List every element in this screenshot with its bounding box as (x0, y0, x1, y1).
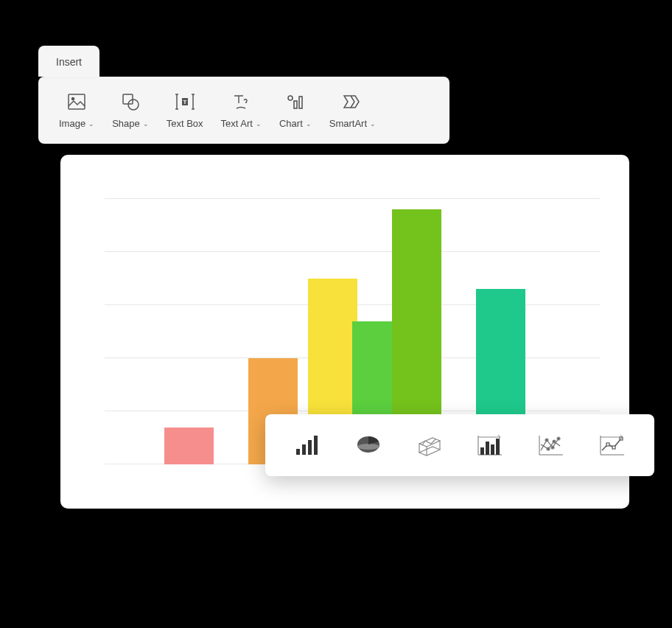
insert-smartart-label: SmartArt (329, 118, 367, 129)
insert-textart-label: Text Art (221, 118, 253, 129)
insert-textbox-button[interactable]: T Text Box (158, 87, 212, 133)
chart-type-popup (265, 414, 654, 476)
svg-rect-39 (612, 446, 615, 449)
insert-chart-label: Chart (279, 118, 303, 129)
insert-ribbon-panel: Insert Image ⌄ (38, 77, 449, 144)
svg-rect-19 (308, 440, 312, 455)
bar-chart-type-button[interactable] (293, 430, 322, 460)
smartart-icon (342, 91, 363, 112)
chart-bar (164, 428, 214, 464)
shape-icon (120, 91, 141, 112)
pie-chart-type-button[interactable] (354, 430, 383, 460)
surface-chart-icon (416, 433, 443, 457)
svg-point-32 (551, 446, 554, 449)
svg-text:T: T (183, 99, 186, 105)
svg-line-15 (351, 96, 354, 102)
scatter-chart-type-button[interactable] (536, 430, 566, 460)
insert-textbox-label: Text Box (167, 118, 203, 129)
svg-rect-17 (296, 449, 300, 455)
svg-rect-27 (491, 444, 494, 455)
insert-shape-button[interactable]: Shape ⌄ (103, 87, 158, 133)
svg-point-22 (357, 444, 379, 450)
surface-chart-type-button[interactable] (415, 430, 444, 460)
insert-image-button[interactable]: Image ⌄ (50, 87, 103, 133)
svg-point-3 (128, 100, 139, 110)
insert-image-label: Image (59, 118, 85, 129)
insert-tab[interactable]: Insert (38, 46, 99, 77)
svg-rect-25 (480, 447, 484, 455)
line-chart-icon (599, 434, 626, 456)
svg-point-1 (72, 98, 74, 100)
svg-rect-0 (69, 94, 85, 109)
chevron-down-icon: ⌄ (306, 120, 312, 128)
insert-chart-button[interactable]: Chart ⌄ (270, 87, 321, 133)
insert-shape-label: Shape (112, 118, 140, 129)
histogram-chart-type-button[interactable] (475, 430, 505, 460)
chevron-down-icon: ⌄ (88, 120, 94, 128)
insert-textart-button[interactable]: Text Art ⌄ (212, 87, 270, 133)
chart-icon (285, 91, 306, 112)
svg-rect-18 (302, 444, 306, 455)
svg-rect-26 (486, 442, 489, 455)
ribbon-items-row: Image ⌄ Shape ⌄ (38, 77, 449, 144)
histogram-chart-icon (477, 434, 503, 456)
insert-tab-label: Insert (56, 56, 82, 68)
svg-rect-13 (294, 101, 297, 108)
scatter-chart-icon (538, 434, 564, 456)
svg-point-12 (288, 96, 293, 100)
svg-rect-38 (606, 443, 609, 446)
pie-chart-icon (355, 434, 382, 456)
chevron-down-icon: ⌄ (143, 120, 149, 128)
svg-rect-14 (299, 97, 302, 108)
svg-point-35 (553, 440, 556, 443)
line-chart-type-button[interactable] (598, 430, 627, 460)
bar-chart-icon (295, 434, 320, 456)
svg-rect-2 (123, 94, 133, 104)
chevron-down-icon: ⌄ (370, 120, 376, 128)
svg-point-34 (547, 447, 550, 450)
textbox-icon: T (175, 91, 195, 112)
svg-rect-28 (496, 439, 500, 455)
svg-rect-20 (314, 436, 318, 455)
svg-line-16 (351, 102, 354, 108)
insert-smartart-button[interactable]: SmartArt ⌄ (321, 87, 385, 133)
textart-icon (231, 91, 251, 112)
svg-point-31 (545, 439, 548, 442)
svg-point-33 (557, 437, 560, 440)
chevron-down-icon: ⌄ (256, 120, 262, 128)
image-icon (66, 91, 87, 112)
